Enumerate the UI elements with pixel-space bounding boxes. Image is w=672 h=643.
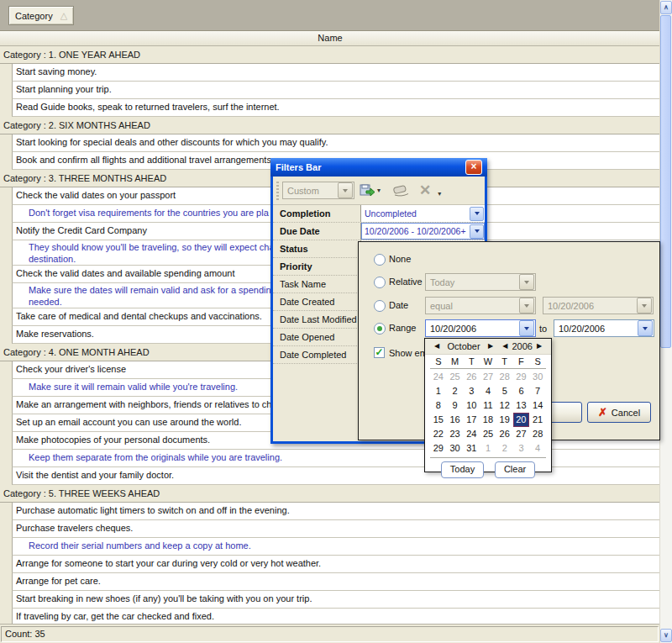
- radio-date[interactable]: [374, 300, 386, 312]
- calendar-day[interactable]: 25: [480, 427, 496, 441]
- filter-field-label[interactable]: Status: [273, 240, 361, 257]
- calendar-year-label[interactable]: 2006: [512, 341, 532, 351]
- eraser-icon[interactable]: [391, 183, 411, 198]
- calendar-day[interactable]: 4: [529, 441, 546, 456]
- scroll-thumb[interactable]: [660, 15, 671, 348]
- filter-field-label[interactable]: Date Created: [273, 293, 361, 310]
- filter-field-label[interactable]: Due Date: [273, 223, 361, 240]
- calendar-day[interactable]: 16: [447, 413, 464, 427]
- calendar-day[interactable]: 25: [447, 370, 464, 384]
- task-row[interactable]: Arrange for someone to start your car du…: [0, 556, 660, 573]
- calendar-day[interactable]: 28: [529, 427, 546, 441]
- calendar-day[interactable]: 21: [529, 413, 546, 427]
- calendar-day[interactable]: 29: [430, 441, 447, 456]
- calendar-day[interactable]: 9: [447, 398, 464, 413]
- filter-field-label[interactable]: Date Last Modified: [273, 311, 361, 328]
- date-operator-combo[interactable]: equal: [425, 297, 536, 314]
- delete-filter-icon[interactable]: ✕: [419, 183, 431, 198]
- task-row[interactable]: Start looking for special deals and othe…: [0, 134, 660, 152]
- next-year-icon[interactable]: ▶: [537, 342, 542, 350]
- task-row[interactable]: Start breaking in new shoes (if any) you…: [0, 591, 660, 609]
- filters-window-titlebar[interactable]: Filters Bar ×: [270, 158, 487, 177]
- close-icon[interactable]: ×: [465, 160, 482, 175]
- task-row[interactable]: Read Guide books, speak to returned trav…: [0, 99, 660, 117]
- calendar-month-label[interactable]: October: [444, 341, 484, 351]
- group-row[interactable]: Category : 2. SIX MONTHS AHEAD: [0, 117, 660, 134]
- filter-field-label[interactable]: Task Name: [273, 276, 361, 293]
- filter-value-cell[interactable]: 10/20/2006 - 10/20/2006+: [361, 223, 485, 240]
- filter-value-cell[interactable]: Uncompleted: [361, 205, 485, 222]
- calendar-day[interactable]: 10: [463, 398, 480, 413]
- prev-month-icon[interactable]: ◀: [434, 342, 439, 350]
- calendar-day[interactable]: 27: [513, 427, 530, 441]
- filter-value-dropdown-button[interactable]: [470, 224, 484, 239]
- relative-value-combo[interactable]: Today: [425, 273, 536, 291]
- calendar-day[interactable]: 30: [529, 370, 546, 384]
- calendar-day[interactable]: 3: [513, 441, 530, 456]
- toolbar-grip[interactable]: [276, 182, 279, 200]
- task-row[interactable]: Arrange for pet care.: [0, 573, 660, 591]
- calendar-day[interactable]: 6: [513, 384, 530, 398]
- calendar-day[interactable]: 5: [496, 384, 513, 398]
- calendar-day[interactable]: 15: [430, 413, 447, 427]
- calendar-day[interactable]: 1: [480, 441, 496, 456]
- calendar-day[interactable]: 24: [463, 427, 480, 441]
- save-filter-icon[interactable]: [360, 183, 376, 198]
- task-row[interactable]: Purchase automatic light timers to switc…: [0, 503, 660, 520]
- calendar-day[interactable]: 12: [496, 398, 513, 413]
- task-row[interactable]: Purchase travelers cheques.: [0, 520, 660, 538]
- calendar-day[interactable]: 2: [447, 384, 464, 398]
- calendar-day[interactable]: 2: [496, 441, 513, 456]
- note-row[interactable]: Record their serial numbers and keep a c…: [0, 538, 660, 556]
- filter-preset-combo[interactable]: Custom: [282, 182, 354, 199]
- today-button[interactable]: Today: [441, 461, 484, 478]
- cancel-button[interactable]: ✗ Cancel: [587, 402, 651, 423]
- calendar-day[interactable]: 8: [430, 398, 447, 413]
- range-to-dropdown-button[interactable]: [638, 320, 653, 336]
- range-from-dropdown-button[interactable]: [519, 320, 534, 336]
- range-from-combo[interactable]: 10/20/2006: [425, 319, 536, 337]
- filter-field-label[interactable]: Priority: [273, 258, 361, 275]
- calendar-day[interactable]: 1: [430, 384, 447, 398]
- clear-button[interactable]: Clear: [495, 461, 535, 478]
- calendar-day[interactable]: 26: [496, 427, 513, 441]
- calendar-day[interactable]: 3: [463, 384, 480, 398]
- calendar-day[interactable]: 26: [463, 370, 480, 384]
- calendar-day[interactable]: 31: [463, 441, 480, 456]
- filter-field-label[interactable]: Date Opened: [273, 329, 361, 345]
- next-month-icon[interactable]: ▶: [488, 342, 493, 350]
- task-row[interactable]: Start planning your trip.: [0, 82, 660, 99]
- calendar-day[interactable]: 17: [463, 413, 480, 427]
- calendar-day[interactable]: 28: [496, 370, 513, 384]
- filter-value-dropdown-button[interactable]: [470, 207, 484, 221]
- scroll-down-button[interactable]: ∨: [660, 629, 672, 642]
- name-column-header[interactable]: Name: [318, 33, 342, 43]
- task-row[interactable]: Visit the dentist and your family doctor…: [0, 467, 660, 485]
- radio-range[interactable]: [374, 323, 386, 335]
- toolbar-overflow-icon[interactable]: ▾: [438, 190, 441, 198]
- radio-relative[interactable]: [374, 277, 386, 288]
- filter-field-label[interactable]: Completion: [273, 205, 361, 222]
- task-row[interactable]: Start saving money.: [0, 64, 660, 82]
- calendar-day[interactable]: 11: [480, 398, 496, 413]
- vertical-scrollbar[interactable]: ∧ ∨: [659, 0, 672, 643]
- radio-none[interactable]: [374, 254, 386, 266]
- calendar-day[interactable]: 7: [529, 384, 546, 398]
- group-row[interactable]: Category : 5. THREE WEEKS AHEAD: [0, 485, 660, 503]
- calendar-day[interactable]: 22: [430, 427, 447, 441]
- group-by-category-button[interactable]: Category △: [8, 6, 74, 25]
- date-value-combo[interactable]: 10/20/2006: [543, 297, 654, 314]
- calendar-day-selected[interactable]: 20: [513, 413, 530, 427]
- calendar-day[interactable]: 30: [447, 441, 464, 456]
- calendar-day[interactable]: 14: [529, 398, 546, 413]
- calendar-day[interactable]: 18: [480, 413, 496, 427]
- note-row[interactable]: Keep them separate from the originals wh…: [0, 450, 660, 467]
- calendar-day[interactable]: 29: [513, 370, 530, 384]
- calendar-day[interactable]: 23: [447, 427, 464, 441]
- calendar-day[interactable]: 27: [480, 370, 496, 384]
- save-dropdown-icon[interactable]: ▾: [377, 187, 381, 194]
- calendar-day[interactable]: 13: [513, 398, 530, 413]
- show-empty-checkbox[interactable]: ✓: [374, 347, 385, 358]
- range-to-combo[interactable]: 10/20/2006: [554, 319, 654, 337]
- group-row[interactable]: Category : 1. ONE YEAR AHEAD: [0, 46, 660, 64]
